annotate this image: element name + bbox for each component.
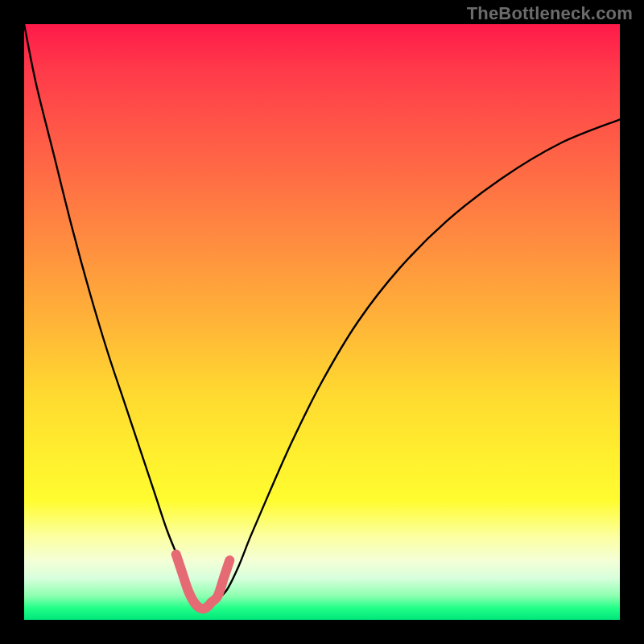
highlight-segment (176, 555, 230, 609)
watermark-text: TheBottleneck.com (467, 3, 633, 24)
curve-layer (24, 24, 620, 620)
plot-area (24, 24, 620, 620)
chart-frame: TheBottleneck.com (0, 0, 644, 644)
bottleneck-curve (24, 24, 620, 609)
